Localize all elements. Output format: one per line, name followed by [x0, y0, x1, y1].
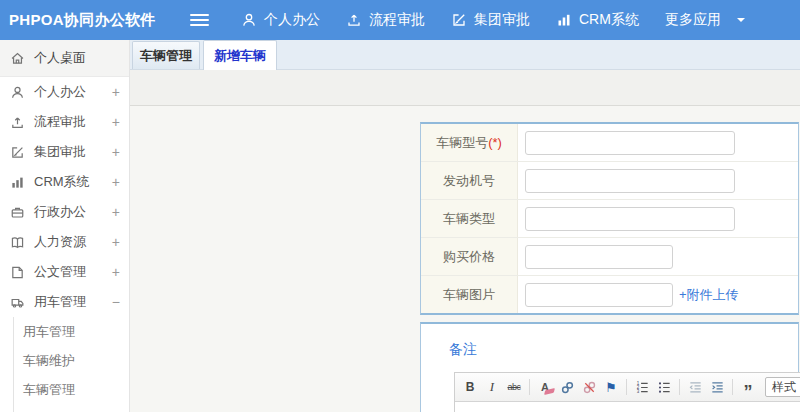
purchase-price-input[interactable] [525, 245, 673, 269]
sidebar-item-group-approval[interactable]: 集团审批 + [0, 137, 129, 167]
form-row-purchase-price: 购买价格 [421, 238, 798, 276]
top-navigation: 个人办公 流程审批 集团审批 CRM系统 更多应用 [235, 0, 751, 40]
numbered-list-icon: 123 [635, 380, 650, 395]
vehicle-image-input[interactable] [525, 283, 673, 307]
rich-text-editor: B I abc A ⚑ 123 [454, 372, 800, 412]
edit-icon [451, 12, 467, 28]
document-icon [10, 265, 25, 280]
expand-plus-icon: + [112, 174, 120, 190]
expand-plus-icon: + [112, 144, 120, 160]
expand-plus-icon: + [112, 84, 120, 100]
sidebar-subitem-vehicle-mgmt[interactable]: 车辆管理 [14, 375, 129, 404]
sidebar-item-label: 流程审批 [34, 113, 86, 131]
top-header-bar: PHPOA协同办公软件 个人办公 流程审批 集团审批 [0, 0, 800, 40]
editor-toolbar: B I abc A ⚑ 123 [455, 373, 800, 402]
toolbar-separator [732, 379, 733, 395]
sidebar-item-admin-office[interactable]: 行政办公 + [0, 197, 129, 227]
briefcase-icon [10, 205, 25, 220]
sidebar-item-label: 个人桌面 [34, 49, 86, 67]
toolbar-strip [130, 70, 800, 106]
indent-button[interactable] [707, 377, 727, 397]
sidebar-item-vehicle-mgmt[interactable]: 用车管理 − [0, 287, 129, 317]
form-row-engine-number: 发动机号 [421, 162, 798, 200]
outdent-icon [688, 380, 703, 395]
link-icon [560, 380, 575, 395]
sidebar-item-label: 人力资源 [34, 233, 86, 251]
blockquote-button[interactable]: ” [738, 377, 758, 397]
engine-number-input[interactable] [525, 169, 735, 193]
nav-item-personal-office[interactable]: 个人办公 [235, 0, 326, 40]
tab-label: 新增车辆 [214, 47, 266, 65]
vehicle-model-input[interactable] [525, 131, 735, 155]
vehicle-type-input[interactable] [525, 207, 735, 231]
svg-text:3: 3 [636, 389, 639, 394]
tab-add-vehicle-active[interactable]: 新增车辆 [203, 40, 277, 70]
sidebar-item-label: 用车管理 [34, 293, 86, 311]
sidebar-subitem-label: 车辆维护 [23, 352, 75, 370]
sidebar-subitem-label: 用车管理 [23, 323, 75, 341]
form-row-vehicle-image: 车辆图片 +附件上传 [421, 276, 798, 313]
italic-button[interactable]: I [482, 377, 502, 397]
strikethrough-button[interactable]: abc [504, 377, 524, 397]
collapse-minus-icon: − [112, 294, 120, 310]
bold-button[interactable]: B [460, 377, 480, 397]
workflow-icon [346, 12, 362, 28]
nav-item-workflow-approval[interactable]: 流程审批 [340, 0, 431, 40]
sidebar-item-label: 行政办公 [34, 203, 86, 221]
sidebar-item-personal-desktop[interactable]: 个人桌面 [0, 40, 129, 77]
outdent-button[interactable] [685, 377, 705, 397]
expand-plus-icon: + [112, 264, 120, 280]
sidebar-subitem-vehicle-use[interactable]: 用车管理 [14, 317, 129, 346]
anchor-flag-button[interactable]: ⚑ [601, 377, 621, 397]
bulleted-list-button[interactable] [654, 377, 674, 397]
hamburger-menu-icon[interactable] [190, 14, 209, 26]
bulleted-list-icon [657, 380, 672, 395]
indent-icon [710, 380, 725, 395]
sidebar-submenu: 用车管理 车辆维护 车辆管理 报表与统计 [13, 317, 129, 412]
nav-item-group-approval[interactable]: 集团审批 [445, 0, 536, 40]
tab-vehicle-mgmt[interactable]: 车辆管理 [132, 41, 200, 69]
sidebar-subitem-vehicle-maintenance[interactable]: 车辆维护 [14, 346, 129, 375]
remove-format-button[interactable]: A [535, 377, 555, 397]
field-label: 发动机号 [421, 162, 518, 199]
sidebar: 个人桌面 个人办公 + 流程审批 + 集团审批 + [0, 40, 130, 412]
remarks-title: 备注 [449, 341, 798, 359]
sidebar-item-document-mgmt[interactable]: 公文管理 + [0, 257, 129, 287]
unlink-button[interactable] [579, 377, 599, 397]
editor-content-area[interactable] [455, 402, 800, 412]
nav-item-crm[interactable]: CRM系统 [550, 0, 645, 40]
nav-item-label: 流程审批 [369, 11, 425, 29]
app-window: PHPOA协同办公软件 个人办公 流程审批 集团审批 [0, 0, 800, 412]
unlink-icon [582, 380, 597, 395]
expand-plus-icon: + [112, 234, 120, 250]
required-marker: (*) [488, 135, 502, 150]
toolbar-separator [529, 379, 530, 395]
numbered-list-button[interactable]: 123 [632, 377, 652, 397]
sidebar-item-hr[interactable]: 人力资源 + [0, 227, 129, 257]
vehicle-icon [10, 295, 25, 310]
link-button[interactable] [557, 377, 577, 397]
nav-item-label: 更多应用 [665, 11, 721, 29]
field-label: 车辆图片 [421, 276, 518, 313]
style-dropdown[interactable]: 样式 [765, 377, 800, 397]
expand-plus-icon: + [112, 114, 120, 130]
edit-icon [10, 145, 25, 160]
nav-item-more-apps[interactable]: 更多应用 [659, 0, 751, 40]
chart-icon [10, 175, 25, 190]
chart-icon [556, 12, 572, 28]
sidebar-subitem-label: 车辆管理 [23, 381, 75, 399]
user-icon [241, 12, 257, 28]
sidebar-item-workflow-approval[interactable]: 流程审批 + [0, 107, 129, 137]
home-icon [10, 51, 25, 66]
sidebar-item-personal-office[interactable]: 个人办公 + [0, 77, 129, 107]
attachment-upload-link[interactable]: +附件上传 [679, 286, 739, 304]
sidebar-subitem-reports-stats[interactable]: 报表与统计 [14, 404, 129, 412]
sidebar-item-crm[interactable]: CRM系统 + [0, 167, 129, 197]
sidebar-item-label: 公文管理 [34, 263, 86, 281]
tab-bar: 车辆管理 新增车辆 [130, 40, 800, 70]
user-icon [10, 85, 25, 100]
eraser-icon [544, 388, 555, 395]
form-row-vehicle-type: 车辆类型 [421, 200, 798, 238]
expand-plus-icon: + [112, 204, 120, 220]
sidebar-item-label: 集团审批 [34, 143, 86, 161]
